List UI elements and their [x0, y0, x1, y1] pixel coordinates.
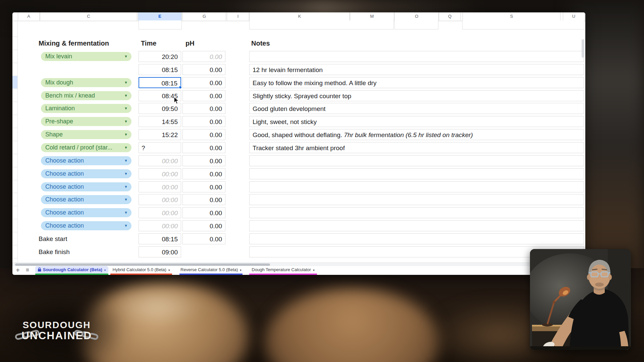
logo-line-1: SOURDOUGH: [15, 320, 98, 330]
table-row: Choose action▼00:000.00: [12, 168, 585, 179]
note-cell[interactable]: [249, 155, 584, 166]
sheet-tab[interactable]: Reverse Calculator 5.0 (Beta)▾: [179, 266, 243, 275]
time-cell[interactable]: 09:00: [139, 246, 181, 257]
note-cell[interactable]: [249, 220, 584, 231]
ph-cell[interactable]: 0.00: [182, 116, 225, 127]
time-cell[interactable]: 00:00: [139, 220, 181, 231]
note-cell[interactable]: Light, sweet, not sticky: [249, 116, 584, 127]
channel-logo: SOURDOUGH UNCHAINED: [15, 320, 98, 349]
action-dropdown[interactable]: Choose action▼: [41, 182, 131, 191]
ph-cell[interactable]: 0.00: [182, 168, 225, 179]
sheet-tab[interactable]: Hybrid Calculator 5.0 (Beta)▾: [110, 266, 172, 275]
table-row: Bake finish09:00: [12, 246, 585, 257]
ph-cell[interactable]: 0.00: [182, 233, 225, 244]
action-dropdown-label: Choose action: [41, 222, 84, 229]
time-cell[interactable]: 20:20: [139, 51, 181, 62]
note-cell[interactable]: 12 hr levain fermentation: [249, 64, 584, 75]
column-header-A[interactable]: A: [18, 12, 40, 20]
note-cell[interactable]: [249, 207, 584, 218]
horizontal-scrollbar-thumb[interactable]: [15, 263, 270, 266]
sheet-tab[interactable]: Sourdough Calculator (Beta)▾: [35, 266, 108, 275]
action-dropdown-label: Choose action: [41, 209, 84, 216]
note-text: Light, sweet, not sticky: [253, 118, 317, 125]
action-dropdown[interactable]: Cold retard / proof (star...▼: [41, 143, 131, 152]
action-dropdown[interactable]: Mix levain▼: [41, 52, 131, 61]
sheet-tab-label: Dough Temperature Calculator▾: [252, 266, 314, 274]
ph-cell[interactable]: 0.00: [182, 129, 225, 140]
action-dropdown[interactable]: Pre-shape▼: [41, 117, 131, 126]
ph-cell[interactable]: 0.00: [182, 77, 225, 88]
time-cell[interactable]: 15:22: [139, 129, 181, 140]
action-dropdown[interactable]: Mix dough▼: [41, 78, 131, 87]
action-dropdown[interactable]: Shape▼: [41, 130, 131, 139]
ph-cell[interactable]: 0.00: [182, 207, 225, 218]
row-divider: [12, 128, 17, 128]
chevron-down-icon: ▼: [124, 78, 128, 87]
action-dropdown-label: Choose action: [41, 157, 84, 164]
ph-cell[interactable]: 0.00: [182, 220, 225, 231]
vertical-scrollbar-thumb[interactable]: [582, 39, 584, 58]
row-divider: [12, 141, 17, 141]
add-sheet-button[interactable]: +: [14, 266, 22, 275]
note-cell[interactable]: Good, shaped without deflating. 7hr bulk…: [249, 129, 584, 140]
note-cell[interactable]: [249, 168, 584, 179]
time-cell[interactable]: ?: [139, 142, 181, 153]
action-dropdown[interactable]: Choose action▼: [41, 169, 131, 178]
ph-cell[interactable]: 0.00: [182, 142, 225, 153]
column-header-S[interactable]: S: [463, 12, 560, 20]
chevron-down-icon: ▾: [313, 268, 315, 272]
note-cell[interactable]: Good gluten development: [249, 103, 584, 114]
ph-cell[interactable]: 0.00: [182, 155, 225, 166]
column-header-C[interactable]: C: [40, 12, 137, 20]
note-cell[interactable]: [249, 51, 584, 62]
column-header-I[interactable]: I: [227, 12, 249, 20]
ph-cell[interactable]: 0.00: [182, 194, 225, 205]
time-cell[interactable]: 08:15: [139, 64, 181, 75]
action-dropdown[interactable]: Lamination▼: [41, 104, 131, 113]
flour-highlight: [111, 288, 205, 325]
row-divider: [12, 193, 17, 193]
column-header-U[interactable]: U: [563, 12, 585, 20]
action-dropdown[interactable]: Choose action▼: [41, 156, 131, 165]
column-header-K[interactable]: K: [249, 12, 350, 20]
time-cell[interactable]: 00:00: [139, 155, 181, 166]
note-cell[interactable]: Tracker stated 3hr ambient proof: [249, 142, 584, 153]
ph-cell[interactable]: 0.00: [182, 64, 225, 75]
action-label[interactable]: Bake finish: [39, 246, 70, 257]
action-dropdown[interactable]: Bench mix / knead▼: [41, 91, 131, 100]
note-cell[interactable]: [249, 181, 584, 192]
sheet-tab-label: Sourdough Calculator (Beta)▾: [38, 266, 106, 274]
all-sheets-menu-button[interactable]: ≡: [23, 266, 32, 275]
column-header-Q[interactable]: Q: [439, 12, 461, 20]
note-cell[interactable]: [249, 194, 584, 205]
ph-cell[interactable]: 0.00: [182, 103, 225, 114]
note-cell[interactable]: Slightly sticky. Sprayed counter top: [249, 90, 584, 101]
action-label[interactable]: Bake start: [39, 233, 67, 244]
time-cell[interactable]: 00:00: [139, 207, 181, 218]
action-dropdown[interactable]: Choose action▼: [41, 195, 131, 204]
mouse-cursor: [173, 97, 180, 105]
column-header-G[interactable]: G: [182, 12, 226, 20]
note-cell[interactable]: Easy to follow the mixing method. A litt…: [249, 77, 584, 88]
time-cell[interactable]: 00:00: [139, 168, 181, 179]
column-header-O[interactable]: O: [394, 12, 439, 20]
ph-cell[interactable]: 0.00: [182, 51, 225, 62]
column-header-M[interactable]: M: [350, 12, 394, 20]
time-cell-selected[interactable]: 08:15: [139, 77, 181, 88]
time-cell[interactable]: 00:00: [139, 194, 181, 205]
action-dropdown[interactable]: Choose action▼: [41, 221, 131, 230]
action-dropdown-label: Lamination: [41, 105, 75, 112]
column-header-E[interactable]: E: [138, 12, 182, 20]
ph-cell[interactable]: 0.00: [182, 181, 225, 192]
sheet-tab-label: Hybrid Calculator 5.0 (Beta)▾: [113, 266, 170, 274]
tab-color-underline: [110, 274, 172, 275]
note-cell[interactable]: [249, 233, 584, 244]
row-divider: [12, 219, 17, 219]
sheet-tab[interactable]: Dough Temperature Calculator▾: [249, 266, 317, 275]
time-cell[interactable]: 00:00: [139, 181, 181, 192]
action-dropdown[interactable]: Choose action▼: [41, 208, 131, 217]
time-cell[interactable]: 14:55: [139, 116, 181, 127]
time-cell[interactable]: 08:15: [139, 233, 181, 244]
ph-cell[interactable]: 0.00: [182, 90, 225, 101]
row-divider: [12, 206, 17, 206]
